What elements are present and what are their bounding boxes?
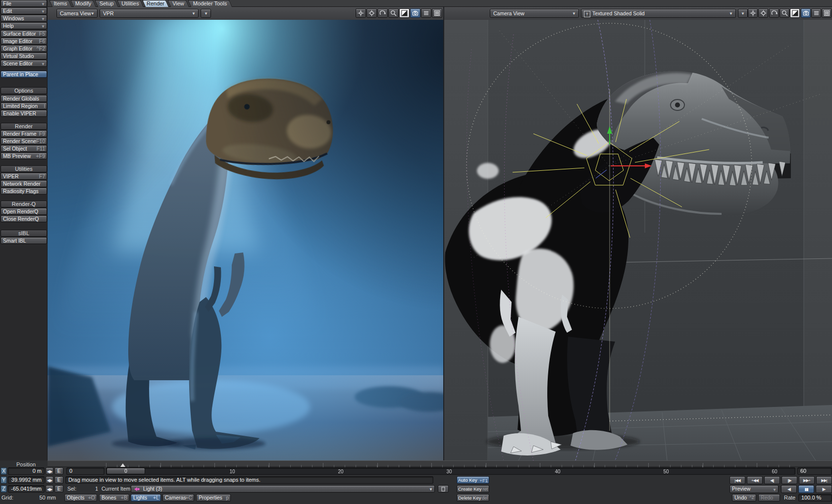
objects-button[interactable]: Objects+O [64,494,97,502]
left-render-mode-dropdown[interactable]: VPR▼ [100,9,199,18]
bones-button[interactable]: Bones+B [99,494,129,502]
viewport-layout-icon[interactable] [432,8,442,18]
prev-key-button[interactable]: +◀◀ [747,476,763,484]
menu-icon[interactable] [811,8,821,18]
current-frame-marker[interactable] [120,463,125,467]
menu-icon[interactable] [421,8,431,18]
viewport-layout-icon[interactable] [822,8,832,18]
parent-in-place-button[interactable]: Parent in Place [0,71,47,78]
move-icon[interactable] [758,8,768,18]
play-button[interactable]: ▶ [816,485,832,493]
step-back-button[interactable]: ◀|| [764,476,780,484]
undo-button[interactable]: Undo^Z [732,494,756,502]
right-extra-dropdown[interactable]: ▼ [738,9,748,18]
properties-button[interactable]: Propertiesp [196,494,231,502]
graph-editor-button[interactable]: Graph Editor^F2 [0,45,47,52]
move-icon[interactable] [366,8,377,18]
current-frame-field[interactable]: 0 [66,467,104,475]
delete-key-button[interactable]: Delete Keydel [457,494,489,502]
timeline-slider-track[interactable]: 10 20 30 40 50 60 0 [106,467,795,475]
menu-windows[interactable]: Windows▼ [0,15,47,22]
render-frame-button[interactable]: Render FrameF9 [0,130,47,137]
x-spinner[interactable]: ◀▶ [46,467,53,475]
tab-items[interactable]: Items [51,0,70,7]
expand-viewport-icon[interactable] [399,8,410,18]
go-start-button[interactable]: |◀◀ [729,476,745,484]
auto-key-button[interactable]: Auto Key+F1 [457,476,489,484]
create-key-button[interactable]: Create Keyret [457,485,489,493]
menu-file[interactable]: File▼ [0,0,47,7]
x-envelope-button[interactable]: E [54,467,63,475]
lights-button[interactable]: Lights+L [131,494,161,502]
render-globals-button[interactable]: Render Globals [0,95,47,102]
virtual-studio-button[interactable]: Virtual Studio [0,52,47,59]
pan-icon[interactable] [748,8,758,18]
preview-dropdown[interactable]: Preview▼ [729,485,779,493]
limited-region-button[interactable]: Limited Regionl [0,102,47,109]
position-z-field[interactable]: -65.0419mm [8,485,45,493]
sel-object-button[interactable]: Sel ObjectF11 [0,145,47,152]
right-render-mode-dropdown[interactable]: T Textured Shaded Solid▼ [581,9,736,18]
right-view-type-dropdown[interactable]: Camera View▼ [490,9,579,18]
y-envelope-button[interactable]: E [54,476,63,484]
viper-button[interactable]: VIPERF7 [0,173,47,180]
image-editor-button[interactable]: Image EditorF6 [0,38,47,45]
tab-modify[interactable]: Modify [72,0,95,7]
end-frame-field[interactable]: 60 [797,467,832,475]
network-render-button[interactable]: Network Render [0,180,47,187]
rate-field[interactable]: 100.0 % [798,494,832,502]
close-renderq-button[interactable]: Close RenderQ [0,215,47,222]
bottom-panel: Position X 0 m ◀▶ E 0 10 20 30 40 50 60 … [0,460,832,504]
render-scene-button[interactable]: Render SceneF10 [0,138,47,145]
smart-ibl-button[interactable]: Smart IBL [0,237,47,244]
next-key-button[interactable]: ▶▶+ [799,476,815,484]
left-extra-dropdown[interactable]: ▼ [201,9,211,18]
timeline-slider-handle[interactable]: 0 [106,468,145,474]
mb-preview-button[interactable]: MB Preview+F9 [0,152,47,159]
z-envelope-button[interactable]: E [54,485,63,493]
current-item-dropdown[interactable]: Light (3) ▼ [131,485,435,493]
enable-viper-button[interactable]: Enable VIPER [0,110,47,117]
position-x-field[interactable]: 0 m [8,467,45,475]
tab-render[interactable]: Render [144,0,167,7]
z-axis-swatch[interactable]: Z [0,485,7,493]
tab-view[interactable]: View [169,0,188,7]
expand-viewport-icon[interactable] [790,8,800,18]
surface-editor-button[interactable]: Surface EditorF5 [0,30,47,37]
position-y-field[interactable]: 39.9992 mm [8,476,45,484]
zoom-icon[interactable] [388,8,399,18]
go-end-button[interactable]: ▶▶| [816,476,832,484]
redo-button[interactable]: Redo [758,494,780,502]
right-viewport[interactable] [444,20,832,460]
left-view-type-dropdown[interactable]: Camera View▼ [56,9,98,18]
scene-editor-button[interactable]: Scene Editor▼ [0,60,47,67]
timeline-ruler[interactable] [48,460,832,467]
x-axis-swatch[interactable]: X [0,467,7,475]
camera-view-icon[interactable] [801,8,811,18]
rotate-icon[interactable] [769,8,779,18]
tab-setup[interactable]: Setup [96,0,117,7]
zoom-icon[interactable] [780,8,789,18]
item-list-button[interactable] [438,485,449,493]
step-forward-button[interactable]: ||▶ [781,476,797,484]
tab-modeler-tools[interactable]: Modeler Tools [189,0,231,7]
y-axis-swatch[interactable]: Y [0,476,7,484]
viewport-divider[interactable] [443,7,444,460]
play-reverse-button[interactable]: ◀ [781,485,797,493]
pause-button[interactable]: ▮▮ [798,485,814,493]
y-spinner[interactable]: ◀▶ [46,476,53,484]
menu-help[interactable]: Help▼ [0,22,47,29]
z-spinner[interactable]: ◀▶ [46,485,53,493]
right-viewport-header: Camera View▼ T Textured Shaded Solid▼ ▼ [444,7,832,20]
tab-utilities[interactable]: Utilities [118,0,142,7]
open-renderq-button[interactable]: Open RenderQ [0,208,47,215]
left-viewport[interactable] [48,20,444,460]
rotate-icon[interactable] [377,8,388,18]
camera-view-icon[interactable] [410,8,420,18]
menu-edit[interactable]: Edit▼ [0,7,47,14]
radiosity-flags-button[interactable]: Radiosity Flags [0,188,47,195]
cameras-button[interactable]: Cameras+C [162,494,194,502]
chevron-down-icon: ▼ [429,487,433,493]
pan-icon[interactable] [356,8,366,18]
rate-label: Rate [784,494,795,502]
